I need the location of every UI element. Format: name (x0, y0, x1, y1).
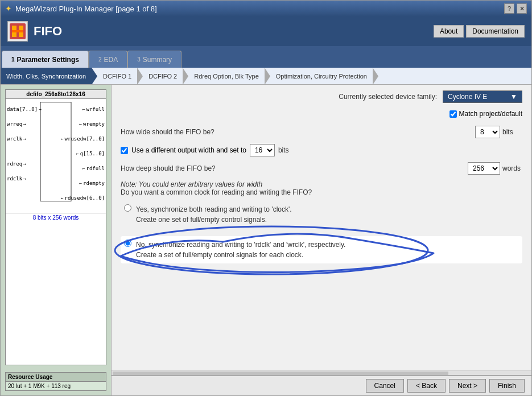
step-arrow-5 (373, 68, 378, 85)
step-arrow-3 (183, 68, 188, 85)
size-label: 8 bits x 256 words (6, 213, 106, 222)
right-signals: ←wrfull ←wrempty ←wrusedw[7..0] ←q[15..0… (61, 105, 105, 203)
tab-2-label: EDA (104, 56, 118, 64)
device-family-label: Currently selected device family: (339, 93, 437, 101)
tab-2-number: 2 (98, 56, 102, 63)
device-family-value: Cyclone IV E (448, 93, 487, 101)
sig-wrempty: ←wrempty (61, 119, 105, 129)
step-1-label: Width, Clks, Synchronization (6, 73, 86, 80)
title-bar-left: ✦ MegaWizard Plug-In Manager [page 1 of … (5, 4, 157, 13)
step-1[interactable]: Width, Clks, Synchronization (1, 68, 92, 84)
output-width-label: Use a different output width and set to (131, 146, 246, 154)
sig-data: data[7..0]→ (7, 105, 42, 114)
depth-label: How deep should the FIFO be? (121, 164, 216, 172)
scrollbar[interactable] (113, 372, 448, 375)
radio-yes-line2: Create one set of full/empty control sig… (136, 216, 267, 224)
step-3-label: DCFIFO 2 (149, 73, 177, 80)
radio-yes-text: Yes, synchronize both reading and writin… (136, 204, 292, 225)
tab-summary[interactable]: 3 Summary (127, 51, 182, 68)
sig-wrusedw: ←wrusedw[7..0] (61, 134, 105, 143)
step-4[interactable]: Rdreq Option, Blk Type (188, 68, 265, 84)
close-button[interactable]: ✕ (517, 3, 527, 14)
resource-text: 20 lut + 1 M9K + 113 reg (6, 382, 106, 390)
device-select-arrow-icon: ▼ (510, 93, 517, 101)
radio-no-line2: Create a set of full/empty control signa… (136, 251, 303, 259)
tab-3-label: Summary (143, 56, 172, 64)
note-text: Note: You could enter arbitrary values f… (121, 180, 262, 188)
depth-row: How deep should the FIFO be? 256 512 102… (121, 162, 522, 175)
depth-value-area: 256 512 1024 words (468, 162, 522, 175)
width-value-area: 8 16 32 bits (475, 126, 522, 138)
finish-button[interactable]: Finish (489, 379, 525, 393)
sig-wrfull: ←wrfull (61, 105, 105, 114)
output-width-select[interactable]: 16 32 (250, 144, 275, 156)
sig-rdempty: ←rdempty (61, 179, 105, 188)
radio-option-no: No, synchronize reading and writing to '… (121, 236, 522, 263)
note-row: Note: You could enter arbitrary values f… (121, 180, 522, 188)
match-row: Match project/default (121, 110, 522, 118)
fifo-title: FIFO (34, 24, 62, 39)
match-checkbox-area: Match project/default (449, 110, 522, 118)
step-arrow-4 (265, 68, 270, 85)
sig-rdreq: rdreq→ (7, 159, 42, 168)
tab-parameter-settings[interactable]: 1 Parameter Settings (2, 51, 89, 68)
title-controls: ? ✕ (504, 3, 527, 14)
radio-no-line1: No, synchronize reading and writing to '… (136, 241, 345, 249)
radio-yes-line1: Yes, synchronize both reading and writin… (136, 205, 292, 213)
scroll-area (112, 370, 531, 375)
main-window: ✦ MegaWizard Plug-In Manager [page 1 of … (0, 0, 532, 396)
sig-rdclk: rdclk→ (7, 174, 42, 183)
header-bar: FIFO About Documentation (1, 16, 531, 46)
right-content: Currently selected device family: Cyclon… (112, 85, 531, 370)
tab-row: 1 Parameter Settings 2 EDA 3 Summary (1, 46, 531, 68)
sig-spacer (7, 143, 42, 154)
window-title: MegaWizard Plug-In Manager [page 1 of 8] (15, 5, 157, 13)
output-width-row: Use a different output width and set to … (121, 144, 522, 156)
step-4-label: Rdreq Option, Blk Type (194, 73, 259, 80)
left-panel: dcfifo_256x8to128x16 data[7..0]→ wrreq→ … (1, 85, 112, 395)
cancel-button[interactable]: Cancel (366, 379, 404, 393)
sig-wrreq: wrreq→ (7, 119, 42, 129)
bottom-bar: Cancel < Back Next > Finish (112, 375, 531, 395)
component-box: dcfifo_256x8to128x16 data[7..0]→ wrreq→ … (5, 89, 106, 365)
step-5[interactable]: Optimization, Circuitry Protection (270, 68, 373, 84)
documentation-button[interactable]: Documentation (466, 25, 525, 38)
radio-option-yes: Yes, synchronize both reading and writin… (121, 201, 522, 228)
radio-yes-input[interactable] (124, 204, 131, 212)
back-button[interactable]: < Back (407, 379, 446, 393)
component-title: dcfifo_256x8to128x16 (6, 90, 106, 99)
output-width-unit: bits (278, 146, 298, 154)
depth-unit: words (502, 164, 522, 172)
tab-1-label: Parameter Settings (17, 56, 79, 64)
sig-wrclk: wrclk→ (7, 134, 42, 143)
sig-q: ←q[15..0] (61, 149, 105, 158)
next-button[interactable]: Next > (449, 379, 486, 393)
step-arrow-1 (92, 68, 97, 85)
device-family-select[interactable]: Cyclone IV E ▼ (443, 90, 522, 103)
svg-rect-3 (12, 30, 23, 32)
match-label: Match project/default (459, 110, 522, 118)
step-2[interactable]: DCFIFO 1 (97, 68, 137, 84)
output-width-checkbox[interactable] (121, 147, 128, 154)
depth-select[interactable]: 256 512 1024 (468, 162, 500, 175)
component-diagram: data[7..0]→ wrreq→ wrclk→ rdreq→ rdclk→ … (6, 99, 106, 213)
width-row: How wide should the FIFO be? 8 16 32 bit… (121, 126, 522, 138)
step-3[interactable]: DCFIFO 2 (143, 68, 183, 84)
left-signals: data[7..0]→ wrreq→ wrclk→ rdreq→ rdclk→ (7, 105, 42, 183)
width-select[interactable]: 8 16 32 (475, 126, 500, 138)
clock-question: Do you want a common clock for reading a… (121, 188, 312, 196)
radio-no-text: No, synchronize reading and writing to '… (136, 240, 345, 260)
header-left: FIFO (7, 21, 62, 42)
help-button[interactable]: ? (504, 3, 514, 14)
match-checkbox[interactable] (449, 110, 457, 118)
main-content: dcfifo_256x8to128x16 data[7..0]→ wrreq→ … (1, 85, 531, 395)
device-row: Currently selected device family: Cyclon… (121, 90, 522, 103)
width-unit: bits (502, 128, 522, 136)
about-button[interactable]: About (434, 25, 464, 38)
tab-eda[interactable]: 2 EDA (89, 51, 127, 68)
radio-no-input[interactable] (124, 240, 131, 247)
title-bar: ✦ MegaWizard Plug-In Manager [page 1 of … (1, 1, 531, 16)
step-arrow-2 (137, 68, 143, 85)
radio-option-no-container: No, synchronize reading and writing to '… (121, 236, 522, 263)
tab-1-number: 1 (11, 56, 15, 63)
